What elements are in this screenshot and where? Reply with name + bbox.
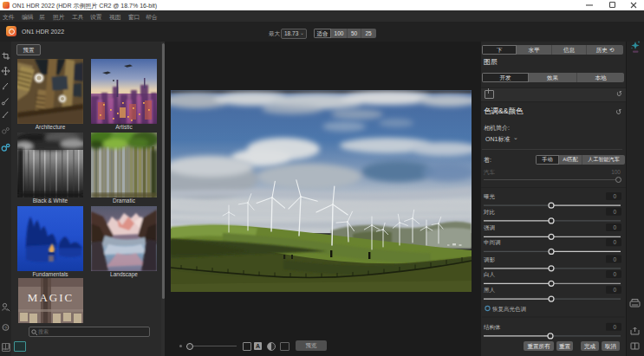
svg-text:中间调: 中间调 [484,239,501,246]
svg-text:曝光: 曝光 [484,193,496,200]
svg-text:白人: 白人 [484,271,496,278]
svg-text:0: 0 [613,256,616,262]
svg-text:恢复高光色调: 恢复高光色调 [491,306,526,313]
svg-text:0: 0 [613,193,616,199]
svg-text:黑人: 黑人 [484,287,496,294]
svg-text:MAGIC: MAGIC [28,291,74,304]
svg-text:对比: 对比 [483,209,496,215]
svg-text:0: 0 [613,287,616,293]
svg-text:0: 0 [613,209,616,215]
svg-text:0: 0 [613,239,616,245]
svg-text:0: 0 [613,271,616,277]
svg-text:调影: 调影 [484,256,496,263]
svg-text:0: 0 [613,324,616,330]
svg-text:强调: 强调 [484,224,495,231]
svg-text:0: 0 [613,224,616,230]
svg-text:结构体: 结构体 [484,324,501,331]
svg-text:?: ? [4,326,7,331]
